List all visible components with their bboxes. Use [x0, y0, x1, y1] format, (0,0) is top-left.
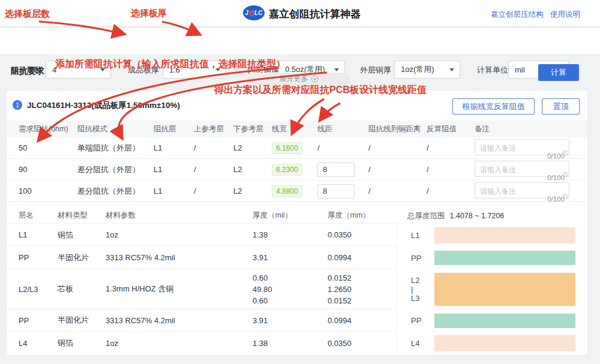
stackup-table: 层名 材料类型 材料参数 厚度（mil） 厚度（mm） L1 铜箔 1oz 1.… [7, 207, 397, 354]
table-row: 90 差分阻抗（外层） L1 / L2 6.2300 / / 0/100 [7, 159, 587, 181]
line-gap-input[interactable] [317, 184, 355, 198]
char-counter: 0/100 [547, 174, 565, 181]
link-help[interactable]: 使用说明 [550, 10, 580, 20]
layer-bar-l1 [434, 227, 575, 243]
viz-row: L4 [397, 332, 587, 354]
chevron-down-icon [334, 68, 339, 71]
resize-handle-icon[interactable] [563, 172, 568, 177]
link-stackup-structure[interactable]: 嘉立创层压结构 [491, 10, 544, 20]
layer-bar-core [434, 273, 575, 306]
annotation-result-hint: 得出方案以及所需对应阻抗PCB板设计线宽线距值 [214, 84, 427, 97]
impedance-value: 50 [19, 143, 77, 152]
table-row: 100 差分阻抗（外层） L1 / L2 4.8800 / / 0/100 [7, 181, 587, 202]
impedance-table-header: 需求阻抗(ohm) 阻抗模式 阻抗层 上参考层 下参考层 线宽 线距 阻抗线到铜… [7, 121, 587, 137]
calculate-button[interactable]: 计算 [538, 64, 579, 81]
annotation-select-layers: 选择板层数 [5, 8, 50, 20]
stackup-row: L4 铜箔 1oz 1.38 0.0350 [7, 332, 397, 354]
impedance-mode: 差分阻抗（外层） [77, 164, 154, 175]
total-thickness-value: 1.4078 ~ 1.7206 [450, 212, 505, 220]
line-width-badge: 6.1600 [272, 142, 302, 154]
stackup-row: L1 铜箔 1oz 1.38 0.0350 [7, 224, 397, 246]
viz-row: L1 [397, 224, 587, 246]
stackup-table-header: 层名 材料类型 材料参数 厚度（mil） 厚度（mm） [7, 207, 397, 224]
impedance-requirements-title: 阻抗要求 [11, 66, 44, 77]
layer-bar-pp [434, 314, 575, 328]
reverse-calc-button[interactable]: 根据线宽反算阻值 [452, 98, 535, 115]
scheme-index-badge: 1 [13, 100, 22, 110]
pin-top-button[interactable]: 置顶 [542, 98, 580, 115]
viz-row: PP [397, 309, 587, 332]
resize-handle-icon[interactable] [563, 151, 568, 155]
parameter-bar: 板子层数 4 成品板厚 1.6 内层铜厚 0.5oz(常用) 外层铜厚 1oz(… [0, 28, 600, 55]
layer-bar-l4 [434, 335, 575, 351]
expand-more-button[interactable]: 展开更多 [247, 73, 350, 85]
outer-copper-label: 外层铜厚 [360, 65, 391, 76]
impedance-table: 需求阻抗(ohm) 阻抗模式 阻抗层 上参考层 下参考层 线宽 线距 阻抗线到铜… [7, 121, 587, 202]
line-width-badge: 4.8800 [272, 185, 302, 197]
stackup-row: PP 半固化片 3313 RC57% 4.2mil 3.91 0.0994 [7, 246, 397, 269]
line-gap-input[interactable] [317, 163, 355, 177]
jlc-logo-icon: J@LC [243, 5, 265, 20]
impedance-mode: 单端阻抗（外层） [77, 143, 154, 154]
annotation-add-impedance: 添加所需阻抗计算（输入所求阻抗值，选择阻抗类型） [55, 58, 286, 71]
stackup-visualization: L1 PP L2|L3 PP L4 [397, 224, 587, 354]
annotation-select-thickness: 选择板厚 [131, 8, 167, 19]
line-width-badge: 6.2300 [272, 164, 302, 176]
impedance-value: 90 [19, 165, 77, 174]
table-row: 50 单端阻抗（外层） L1 / L2 6.1600 / / / 0/100 [7, 137, 587, 159]
total-thickness: 总厚度范围1.4078 ~ 1.7206 [407, 211, 504, 221]
line-gap-value: / [317, 143, 368, 152]
scheme-card: 1 JLC04161H-3313(成品板厚1.56mm±10%) 根据线宽反算阻… [6, 90, 588, 356]
viz-row: L2|L3 [397, 269, 587, 309]
top-header: J@LC 嘉立创阻抗计算神器 嘉立创层压结构 使用说明 [0, 0, 600, 26]
chevron-down-icon [449, 68, 454, 71]
layer-bar-pp [434, 251, 575, 265]
outer-copper-select[interactable]: 1oz(常用) [394, 61, 460, 79]
stackup-row: PP 半固化片 3313 RC57% 4.2mil 3.91 0.0994 [7, 309, 397, 332]
resize-handle-icon[interactable] [563, 194, 568, 198]
page-title: 嘉立创阻抗计算神器 [269, 7, 361, 21]
viz-row: PP [397, 246, 587, 269]
chevron-down-circle-icon [311, 75, 319, 83]
scheme-title: JLC04161H-3313(成品板厚1.56mm±10%) [27, 100, 180, 111]
impedance-value: 100 [19, 186, 77, 195]
char-counter: 0/100 [547, 152, 565, 160]
stackup-row: L2/L3 芯板 1.3mm H/HOZ 含铜 0.6049.800.60 0.… [7, 269, 397, 309]
calc-unit-label: 计算单位 [477, 65, 508, 76]
impedance-mode: 差分阻抗（外层） [77, 186, 154, 197]
char-counter: 0/100 [547, 195, 565, 203]
